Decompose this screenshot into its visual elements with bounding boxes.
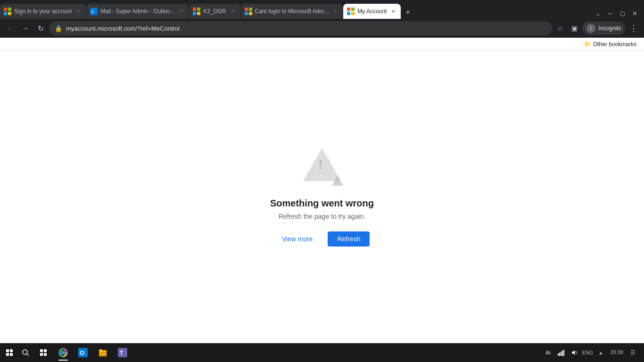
tab3-favicon (193, 8, 200, 15)
svg-rect-17 (561, 352, 561, 356)
error-actions: View more Refresh (274, 231, 370, 247)
taskbar-ai-label[interactable]: Ai (542, 345, 553, 360)
taskbar-chrome-app[interactable] (54, 344, 73, 362)
warning-icon (301, 148, 343, 186)
svg-rect-19 (563, 350, 564, 356)
tab1-close[interactable]: ✕ (74, 8, 82, 15)
close-window-button[interactable]: ✕ (629, 8, 640, 19)
tab5-favicon (347, 8, 355, 15)
svg-text:o: o (91, 9, 94, 14)
minimize-button[interactable]: ─ (604, 8, 616, 19)
bookmarks-bar: 📁 Other bookmarks (0, 38, 644, 51)
tab3-title: K2_DGR (203, 8, 226, 15)
taskbar-teams-app[interactable]: T (113, 344, 132, 362)
tab-cant-login[interactable]: Cant login to Microsoft Adm... ✕ (241, 4, 343, 19)
language-text: ENG (582, 350, 594, 355)
view-more-button[interactable]: View more (274, 231, 321, 247)
triangle-small (332, 175, 343, 186)
tab-sign-in[interactable]: Sign in to your account ✕ (0, 4, 86, 19)
tab-list-button[interactable]: ⌄ (592, 8, 603, 19)
maximize-button[interactable]: ◻ (617, 8, 628, 19)
tab-bar: Sign in to your account ✕ o Mail - Super… (0, 0, 644, 19)
page-content: Something went wrong Refresh the page to… (0, 51, 644, 343)
svg-point-2 (23, 350, 27, 354)
svg-line-3 (27, 354, 29, 356)
tab1-title: Sign in to your account (14, 8, 72, 15)
tab5-title: My Account (357, 8, 387, 15)
tab4-favicon (245, 8, 252, 15)
new-tab-button[interactable]: + (401, 6, 414, 19)
profile-button[interactable]: I Incognito (582, 22, 625, 35)
taskbar-volume-icon[interactable] (569, 345, 580, 360)
taskbar-clock[interactable]: 20:38 (608, 349, 625, 356)
address-text: myaccount.microsoft.com/?ref=MeControl (66, 25, 546, 32)
svg-rect-6 (40, 353, 43, 356)
svg-rect-15 (558, 354, 559, 356)
taskbar-system-tray: Ai ENG ▲ 20:38 (542, 345, 642, 360)
address-bar: ← → ↻ 🔒 myaccount.microsoft.com/?ref=MeC… (0, 19, 644, 38)
taskbar-task-view[interactable] (34, 344, 53, 362)
taskbar-notification-button[interactable]: ☰ (627, 345, 638, 360)
taskbar-show-hidden[interactable]: ▲ (595, 345, 606, 360)
svg-text:O: O (80, 349, 84, 356)
svg-text:T: T (120, 350, 124, 356)
taskbar-search-button[interactable] (18, 345, 33, 360)
taskbar: O T Ai (0, 343, 644, 362)
tab-my-account[interactable]: My Account ✕ (343, 4, 401, 19)
reload-button[interactable]: ↻ (34, 22, 47, 35)
bookmark-star-button[interactable]: ☆ (554, 22, 566, 34)
tab2-favicon: o (90, 8, 98, 15)
taskbar-start-button[interactable] (2, 345, 17, 360)
tab3-close[interactable]: ✕ (229, 8, 237, 15)
svg-rect-4 (40, 349, 43, 352)
lock-icon: 🔒 (55, 25, 62, 32)
address-input[interactable]: 🔒 myaccount.microsoft.com/?ref=MeControl (49, 21, 552, 35)
svg-rect-5 (44, 349, 47, 352)
window-controls: ⌄ ─ ◻ ✕ (592, 8, 644, 19)
back-button[interactable]: ← (4, 22, 17, 35)
browser-menu-button[interactable]: ⋮ (627, 22, 640, 35)
svg-rect-7 (44, 353, 47, 356)
svg-rect-12 (99, 352, 107, 356)
error-subtitle: Refresh the page to try again. (279, 213, 365, 220)
taskbar-language-indicator[interactable]: ENG (582, 345, 593, 360)
taskbar-network-icon[interactable] (555, 345, 567, 360)
profile-label: Incognito (598, 25, 621, 32)
taskbar-time-text: 20:38 (610, 349, 623, 356)
taskbar-outlook-app[interactable]: O (74, 344, 92, 362)
tab2-close[interactable]: ✕ (177, 8, 185, 15)
browser-frame: Sign in to your account ✕ o Mail - Super… (0, 0, 644, 51)
profile-avatar: I (586, 24, 595, 33)
other-bookmarks[interactable]: 📁 Other bookmarks (580, 40, 640, 49)
bookmark-folder-icon: 📁 (584, 41, 591, 48)
svg-rect-18 (562, 351, 563, 356)
tab4-title: Cant login to Microsoft Adm... (255, 8, 329, 15)
tab-k2dgr[interactable]: K2_DGR ✕ (189, 4, 240, 19)
error-container: Something went wrong Refresh the page to… (270, 148, 374, 247)
svg-rect-16 (559, 353, 560, 356)
tab4-close[interactable]: ✕ (331, 8, 339, 15)
error-title: Something went wrong (270, 198, 374, 209)
tab-mail[interactable]: o Mail - Super Admin - Outloo... ✕ (86, 4, 189, 19)
tab2-title: Mail - Super Admin - Outloo... (100, 8, 174, 15)
tab-groups-button[interactable]: ▣ (568, 22, 580, 34)
tab1-favicon (4, 8, 11, 15)
tab5-close[interactable]: ✕ (389, 8, 397, 15)
other-bookmarks-label: Other bookmarks (593, 41, 636, 48)
svg-point-9 (61, 351, 65, 354)
taskbar-explorer-app[interactable] (93, 344, 112, 362)
forward-button[interactable]: → (19, 22, 32, 35)
refresh-button[interactable]: Refresh (328, 231, 370, 247)
